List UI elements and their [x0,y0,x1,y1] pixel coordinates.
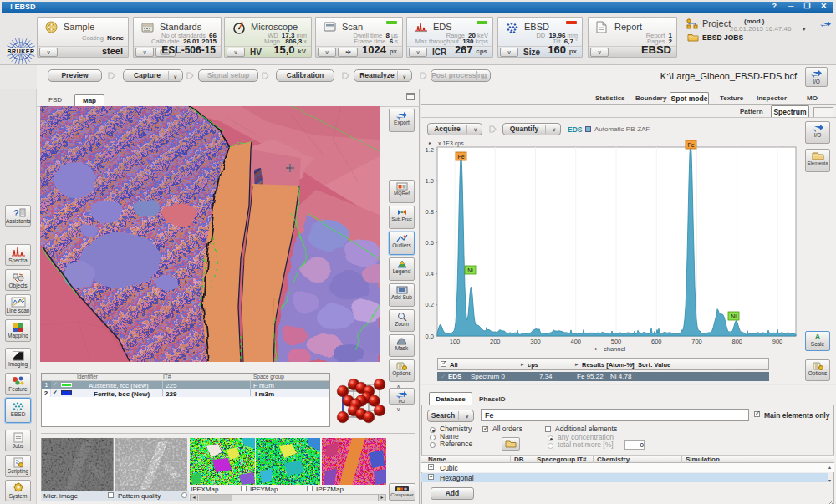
svg-text:600: 600 [651,338,662,345]
svg-text:Ni: Ni [467,267,473,273]
svg-text:900: 900 [772,338,783,345]
svg-text:channel: channel [604,345,626,353]
svg-text:1.0: 1.0 [426,177,434,185]
svg-text:Ni: Ni [731,313,737,319]
svg-text:400: 400 [570,338,581,345]
svg-text:1.2: 1.2 [426,146,434,154]
svg-text:x 1E3 cps: x 1E3 cps [438,140,464,147]
svg-text:0.0: 0.0 [426,333,434,340]
svg-text:0.8: 0.8 [426,208,434,216]
svg-text:0.6: 0.6 [426,239,434,247]
svg-text:0.2: 0.2 [426,301,434,308]
svg-text:300: 300 [530,338,541,345]
svg-text:Fe: Fe [687,142,694,148]
svg-text:▸: ▸ [595,346,598,351]
svg-text:0.4: 0.4 [426,270,434,277]
svg-text:BRUKER: BRUKER [8,48,35,54]
svg-text:800: 800 [732,338,742,345]
svg-text:?: ? [13,208,19,218]
svg-text:Fe: Fe [457,154,464,160]
svg-text:200: 200 [490,338,501,345]
svg-text:700: 700 [691,338,702,345]
svg-text:100: 100 [450,338,461,345]
svg-text:▸: ▸ [429,140,431,145]
svg-text:500: 500 [611,338,622,345]
